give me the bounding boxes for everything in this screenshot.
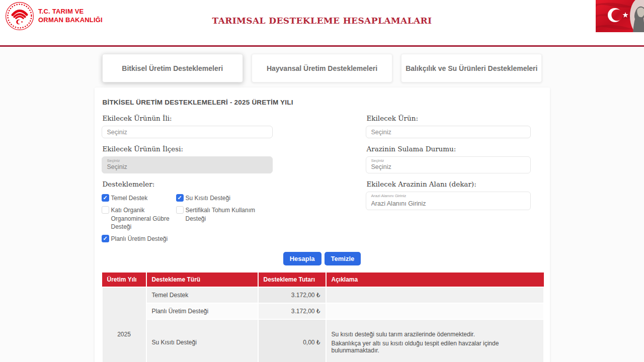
- checkbox-label: Su Kısıtı Desteği: [186, 194, 230, 202]
- results-table: Üretim Yılı Destekleme Türü Destekleme T…: [102, 273, 544, 362]
- support-note-cell: [326, 303, 544, 319]
- checkbox-icon: [102, 235, 109, 242]
- checkbox-icon: [176, 194, 184, 202]
- note-line: Bakanlıkça yer altı su kısıtı olduğu tes…: [332, 340, 538, 354]
- checkbox-label: Temel Destek: [111, 194, 148, 202]
- checkbox-temel-destek[interactable]: Temel Destek: [102, 194, 176, 202]
- support-amount-cell: 3.172,00 ₺: [258, 303, 326, 319]
- calculator-panel: BİTKİSEL ÜRETİM DESTEKLEMELERİ - 2025 ÜR…: [95, 87, 550, 362]
- col-header-destekleme-turu: Destekleme Türü: [146, 273, 258, 287]
- checkbox-label: Planlı Üretim Desteği: [111, 235, 168, 243]
- support-amount-cell: 3.172,00 ₺: [258, 287, 326, 303]
- support-category-tabs: Bitkisel Üretim Desteklemeleri Hayvansal…: [102, 54, 542, 82]
- col-header-uretim-yili: Üretim Yılı: [102, 273, 146, 287]
- province-select-value: Seçiniz: [107, 129, 127, 136]
- checkbox-icon: [102, 206, 109, 214]
- clear-button[interactable]: Temizle: [325, 252, 361, 265]
- section-title: BİTKİSEL ÜRETİM DESTEKLEMELERİ - 2025 ÜR…: [103, 99, 543, 106]
- calculate-button[interactable]: Hesapla: [283, 252, 321, 265]
- col-header-aciklama: Açıklama: [326, 273, 544, 287]
- tab-balikcilik-su-urunleri[interactable]: Balıkçılık ve Su Ürünleri Desteklemeleri: [401, 54, 542, 82]
- support-form: Ekilecek Ürünün İli: Seçiniz Ekilecek Ür…: [102, 114, 543, 243]
- page-title: TARIMSAL DESTEKLEME HESAPLAMALARI: [0, 16, 644, 26]
- form-left-column: Ekilecek Ürünün İli: Seçiniz Ekilecek Ür…: [102, 114, 273, 243]
- checkbox-label: Katı Organik Organomineral Gübre Desteği: [111, 206, 176, 231]
- district-select-value: Seçiniz: [107, 163, 267, 171]
- production-year-cell: 2025: [102, 287, 146, 362]
- checkbox-kati-organik[interactable]: Katı Organik Organomineral Gübre Desteği: [102, 206, 176, 231]
- area-label: Ekilecek Arazinin Alanı (dekar):: [367, 180, 531, 188]
- area-field: Arazi Alanını Giriniz: [366, 192, 531, 210]
- crop-select-value: Seçiniz: [371, 129, 391, 136]
- irrigation-float-label: Seçiniz: [371, 158, 525, 163]
- irrigation-select[interactable]: Seçiniz Seçiniz: [366, 156, 531, 173]
- checkbox-icon: [176, 206, 184, 214]
- table-row: Su Kısıtı Desteği 0,00 ₺ Su kısıtı deste…: [102, 319, 544, 362]
- tab-hayvansal-uretim[interactable]: Hayvansal Üretim Desteklemeleri: [252, 54, 392, 82]
- checkbox-label: Sertifikalı Tohum Kullanım Desteği: [186, 206, 273, 222]
- district-label: Ekilecek Ürünün İlçesi:: [103, 145, 273, 153]
- note-line: Su kısıtı desteği sulu tarım arazilerind…: [332, 331, 538, 338]
- tab-bitkisel-uretim[interactable]: Bitkisel Üretim Desteklemeleri: [102, 54, 243, 82]
- form-actions: Hesapla Temizle: [102, 252, 543, 265]
- district-float-label: Seçiniz: [107, 158, 267, 163]
- checkbox-su-kisiti[interactable]: Su Kısıtı Desteği: [176, 194, 273, 202]
- support-checkbox-group: Temel Destek Su Kısıtı Desteği Katı Orga…: [102, 194, 273, 243]
- table-row: Planlı Üretim Desteği 3.172,00 ₺: [102, 303, 544, 319]
- support-type-cell: Su Kısıtı Desteği: [146, 319, 258, 362]
- crop-select[interactable]: Seçiniz: [366, 126, 531, 138]
- area-float-label: Arazi Alanını Giriniz: [371, 194, 525, 199]
- support-type-cell: Temel Destek: [146, 287, 258, 303]
- page-header: T.C. TARIM VE ORMAN BAKANLIĞI TARIMSAL D…: [0, 0, 644, 47]
- checkbox-sertifikali-tohum[interactable]: Sertifikalı Tohum Kullanım Desteği: [176, 206, 273, 231]
- checkbox-planli-uretim[interactable]: Planlı Üretim Desteği: [102, 235, 176, 243]
- district-select: Seçiniz Seçiniz: [102, 156, 273, 173]
- supports-label: Desteklemeler:: [103, 180, 273, 188]
- support-note-cell: Su kısıtı desteği sulu tarım arazilerind…: [326, 319, 544, 362]
- form-right-column: Ekilecek Ürün: Seçiniz Arazinin Sulama D…: [366, 114, 531, 243]
- province-label: Ekilecek Ürünün İli:: [103, 114, 273, 122]
- irrigation-select-value: Seçiniz: [371, 163, 525, 171]
- province-select[interactable]: Seçiniz: [102, 126, 273, 138]
- irrigation-label: Arazinin Sulama Durumu:: [367, 145, 531, 153]
- checkbox-icon: [102, 194, 109, 202]
- table-header-row: Üretim Yılı Destekleme Türü Destekleme T…: [102, 273, 544, 287]
- crop-label: Ekilecek Ürün:: [367, 114, 531, 122]
- support-type-cell: Planlı Üretim Desteği: [146, 303, 258, 319]
- area-input[interactable]: [371, 200, 525, 207]
- table-row: 2025 Temel Destek 3.172,00 ₺: [102, 287, 544, 303]
- turkish-flag-banner: [596, 0, 644, 32]
- support-amount-cell: 0,00 ₺: [258, 319, 326, 362]
- col-header-destekleme-tutari: Destekleme Tutarı: [258, 273, 326, 287]
- support-note-cell: [326, 287, 544, 303]
